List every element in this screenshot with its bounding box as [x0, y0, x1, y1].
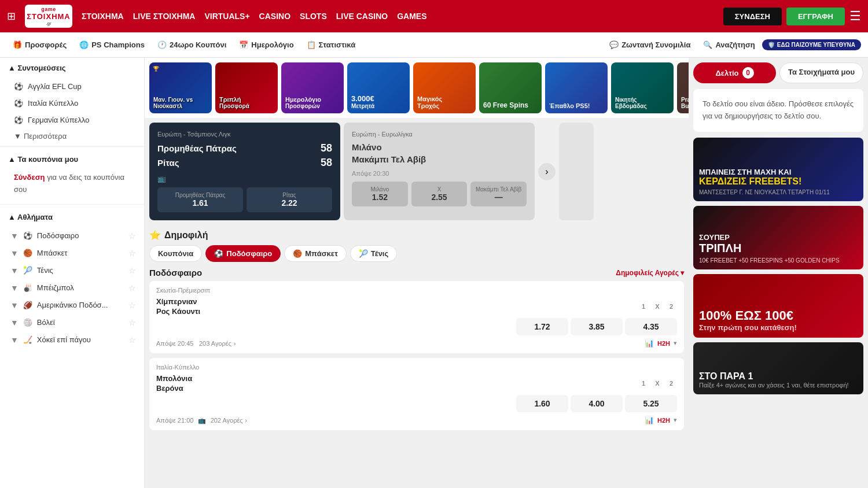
- match-teams-2: Μπολόνια Βερόνα: [156, 374, 638, 393]
- odd-btn-2-x[interactable]: Χ 2.55: [411, 182, 468, 206]
- promo-card-cash[interactable]: 3.000€ Μετρητά: [347, 62, 410, 113]
- promo-card-pragmatic[interactable]: Pragmatic Buy Bonus: [677, 62, 689, 113]
- odd-match1-2[interactable]: 4.35: [625, 318, 677, 335]
- match2-time: Απόψε 21:00: [156, 417, 193, 424]
- tab-coupons[interactable]: Κουπόνια: [149, 245, 202, 262]
- sidebar-item-italia[interactable]: ⚽ Ιταλία Κύπελλο: [0, 95, 144, 112]
- grid-icon[interactable]: ⊞: [7, 10, 16, 23]
- tab-tennis[interactable]: 🎾 Τένις: [350, 245, 397, 262]
- right-banners: ΜΠΑΙΝΕΙΣ ΣΤΗ ΜΑΧΗ ΚΑΙ ΚΕΡΔΙΖΕΙΣ FREEBETS…: [693, 138, 863, 394]
- odd-match1-1[interactable]: 1.72: [516, 318, 568, 335]
- login-button[interactable]: ΣΥΝΔΕΣΗ: [723, 8, 782, 25]
- match-team1-2: Μιλάνο: [352, 142, 382, 152]
- star-button-hockey[interactable]: ☆: [128, 335, 136, 345]
- shortcuts-header[interactable]: ▲ Συντομεύσεις: [0, 58, 144, 78]
- signin-link[interactable]: Σύνδεση: [14, 173, 45, 182]
- sidebar-sport-basketball[interactable]: ▼ 🏀 Μπάσκετ ☆: [0, 245, 144, 262]
- right-banner-para1[interactable]: ΣΤΟ ΠΑΡΑ 1 Παίξε 4+ αγώνες και αν χάσεις…: [693, 342, 863, 394]
- star-button-tennis[interactable]: ☆: [128, 266, 136, 275]
- odd-btn-1-team1[interactable]: Προμηθέας Πάτρας 1.61: [157, 187, 243, 212]
- markets-arrow-2[interactable]: ›: [245, 417, 247, 424]
- sports-header[interactable]: ▲ Αθλήματα: [0, 207, 144, 227]
- h2h-link-2[interactable]: Η2Η: [657, 417, 670, 424]
- promo-card-wheel[interactable]: Μαγικός Τροχός: [413, 62, 476, 113]
- odd-match1-x[interactable]: 3.85: [571, 318, 623, 335]
- sec-nav-prosfores[interactable]: 🎁 Προσφορές: [7, 38, 72, 52]
- betslip-tab-my-bets[interactable]: Τα Στοιχήματά μου: [779, 62, 863, 83]
- sidebar-item-germany[interactable]: ⚽ Γερμανία Κύπελλο: [0, 112, 144, 128]
- match1-markets-link[interactable]: 203 Αγορές: [199, 340, 231, 347]
- logo[interactable]: game ΣΤΟΙΧΗΜΑ .gr: [25, 5, 72, 28]
- h2h-link-1[interactable]: Η2Η: [657, 340, 670, 347]
- match2-markets-link[interactable]: 202 Αγορές: [211, 417, 243, 424]
- odd-match2-x[interactable]: 4.00: [571, 395, 623, 412]
- odd-btn-2-2[interactable]: Μακάμπι Τελ Αβίβ —: [470, 182, 527, 206]
- nav-link-casino[interactable]: CASINO: [259, 12, 290, 21]
- american-football-icon: 🏈: [23, 301, 32, 309]
- sidebar-sport-volleyball[interactable]: ▼ 🏐 Βόλεϊ ☆: [0, 314, 144, 331]
- more-link[interactable]: ▼ Περισσότερα: [0, 128, 144, 144]
- nav-link-live[interactable]: LIVE ΣΤΟΙΧΗΜΑ: [133, 12, 196, 21]
- nav-link-games[interactable]: GAMES: [397, 12, 426, 21]
- sidebar-sport-hockey[interactable]: ▼ 🏒 Χόκεϊ επί πάγου ☆: [0, 331, 144, 349]
- star-button-baseball[interactable]: ☆: [128, 283, 136, 293]
- markets-dropdown[interactable]: Δημοφιλείς Αγορές ▾: [616, 269, 684, 277]
- promo-card-ps[interactable]: 🏆 Μαν. Γιουν. vs Νιούκαστλ: [149, 62, 212, 113]
- star-button-volleyball[interactable]: ☆: [128, 318, 136, 327]
- match1-stats: 📊 Η2Η ▾: [645, 339, 677, 347]
- promo-card-offer[interactable]: Ημερολόγιο Προσφορών: [281, 62, 344, 113]
- right-banner-ps[interactable]: ΜΠΑΙΝΕΙΣ ΣΤΗ ΜΑΧΗ ΚΑΙ ΚΕΡΔΙΖΕΙΣ FREEBETS…: [693, 138, 863, 201]
- hamburger-icon[interactable]: ☰: [849, 9, 861, 24]
- secondary-nav: 🎁 Προσφορές 🌐 PS Champions 🕐 24ωρο Κουπό…: [0, 32, 868, 58]
- popular-header: ⭐ Δημοφιλή: [149, 230, 684, 241]
- nav-link-slots[interactable]: SLOTS: [300, 12, 327, 21]
- right-banner-100[interactable]: 100% ΕΩΣ 100€ Στην πρώτη σου κατάθεση!: [693, 274, 863, 338]
- promo-card-winner[interactable]: Νικητής Εβδομάδας: [611, 62, 674, 113]
- match-next-button[interactable]: ›: [538, 163, 556, 180]
- right-banner-triple[interactable]: ΣΟΥΠΕΡ ΤΡΙΠΛΗ 10€ FREEBET +50 FREESPINS …: [693, 206, 863, 269]
- coupons-signin: Σύνδεση για να δεις τα κουπόνια σου: [0, 169, 144, 202]
- coupons-header[interactable]: ▲ Τα κουπόνια μου: [0, 149, 144, 169]
- promo-card-ps5[interactable]: Έπαθλο PS5!: [545, 62, 608, 113]
- baseball-icon: 🎳: [23, 283, 32, 292]
- edo-badge[interactable]: 🛡️ ΕΔΩ ΠΑΙΖΟΥΜΕ ΥΠΕΥΘΥΝΑ: [762, 39, 861, 50]
- sec-nav-stats[interactable]: 📋 Στατιστικά: [301, 38, 362, 52]
- sidebar: ▲ Συντομεύσεις ⚽ Αγγλία EFL Cup ⚽ Ιταλία…: [0, 58, 145, 488]
- promo-card-freespins[interactable]: 60 Free Spins: [479, 62, 542, 113]
- nav-link-livecasino[interactable]: LIVE CASINO: [336, 12, 388, 21]
- odd-btn-1-team2[interactable]: Ρίτας 2.22: [247, 187, 332, 212]
- sec-nav-search[interactable]: 🔍 Αναζήτηση: [697, 38, 760, 52]
- nav-link-stoixima[interactable]: ΣΤΟΙΧΗΜΑ: [82, 12, 124, 21]
- bar-chart-icon-2: 📊: [645, 416, 654, 424]
- shield-icon: 🛡️: [768, 42, 775, 48]
- tab-basketball[interactable]: 🏀 Μπάσκετ: [284, 245, 347, 262]
- sidebar-sport-football[interactable]: ▼ ⚽ Ποδόσφαιρο ☆: [0, 227, 144, 245]
- betslip-tab-active[interactable]: Δελτίο 0: [693, 62, 776, 83]
- sport-section-label: Ποδόσφαιρο: [149, 268, 202, 278]
- sec-nav-chat[interactable]: 💬 Ζωντανή Συνομιλία: [604, 38, 696, 52]
- popular-tabs: Κουπόνια ⚽ Ποδόσφαιρο 🏀 Μπάσκετ 🎾 Τένις: [149, 245, 684, 262]
- tab-football[interactable]: ⚽ Ποδόσφαιρο: [205, 245, 281, 262]
- sidebar-sport-baseball[interactable]: ▼ 🎳 Μπέιζμπολ ☆: [0, 279, 144, 297]
- promo-card-triple[interactable]: Τριπλή Προσφορά: [215, 62, 278, 113]
- nav-link-virtuals[interactable]: VIRTUALS+: [204, 12, 249, 21]
- basketball-tab-icon: 🏀: [293, 249, 302, 258]
- star-button-football[interactable]: ☆: [128, 231, 136, 241]
- sec-nav-calendar[interactable]: 📅 Ημερολόγιο: [233, 38, 299, 52]
- sidebar-sport-american-football[interactable]: ▼ 🏈 Αμερικάνικο Ποδόσ... ☆: [0, 297, 144, 314]
- odd-btn-2-1[interactable]: Μιλάνο 1.52: [352, 182, 408, 206]
- match-team1-1: Προμηθέας Πάτρας: [157, 143, 237, 153]
- chevron-h2h-2: ▾: [674, 416, 677, 424]
- top-nav: ⊞ game ΣΤΟΙΧΗΜΑ .gr ΣΤΟΙΧΗΜΑ LIVE ΣΤΟΙΧΗ…: [0, 0, 868, 32]
- markets-arrow-1[interactable]: ›: [234, 340, 236, 347]
- sec-nav-24h[interactable]: 🕐 24ωρο Κουπόνι: [152, 38, 232, 52]
- sidebar-sport-tennis[interactable]: ▼ 🎾 Τένις ☆: [0, 262, 144, 279]
- register-button[interactable]: ΕΓΓΡΑΦΗ: [786, 8, 845, 25]
- odd-match2-2[interactable]: 5.25: [625, 395, 677, 412]
- star-button-basketball[interactable]: ☆: [128, 249, 136, 258]
- star-button-am-football[interactable]: ☆: [128, 301, 136, 310]
- sidebar-item-efl[interactable]: ⚽ Αγγλία EFL Cup: [0, 78, 144, 95]
- odd-match2-1[interactable]: 1.60: [516, 395, 568, 412]
- sec-nav-ps[interactable]: 🌐 PS Champions: [73, 38, 150, 52]
- tennis-icon: 🎾: [23, 266, 32, 275]
